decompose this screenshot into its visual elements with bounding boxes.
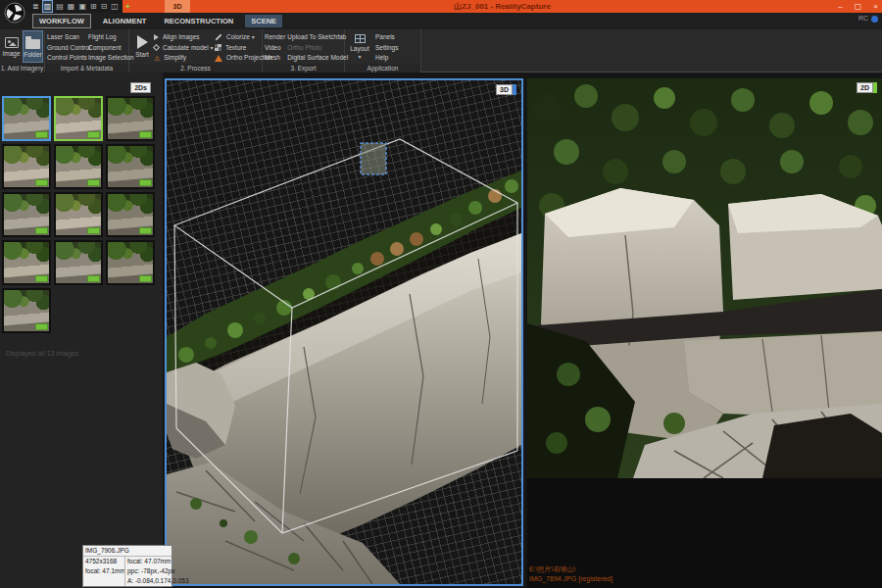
title-bar: ≣ ▥ ▤ ▦ ▣ ⊞ ⊟ ◫ + 3D 山ZJ_001 - RealityCa… xyxy=(0,0,882,13)
chevron-down-icon[interactable]: ▾ xyxy=(211,45,214,51)
image-thumbnail[interactable] xyxy=(54,192,103,237)
add-image-button[interactable]: Image xyxy=(1,30,22,63)
ortho-projection-button[interactable]: Ortho Projection xyxy=(215,53,262,64)
image-thumbnail[interactable] xyxy=(2,192,51,237)
tooltip-filename: IMG_7906.JPG xyxy=(83,546,172,557)
panels-button[interactable]: Panels xyxy=(373,32,418,43)
panel-mode-label-2ds[interactable]: 2Ds xyxy=(130,82,151,93)
colorize-button[interactable]: Colorize ▾ xyxy=(215,32,262,43)
minimize-button[interactable]: – xyxy=(838,0,842,13)
image-thumbnail[interactable] xyxy=(106,96,155,141)
ortho-photo-button[interactable]: Ortho Photo xyxy=(285,43,344,54)
texture-button[interactable]: Texture xyxy=(215,43,262,54)
thumbnail-grid xyxy=(2,96,159,333)
tab-scene[interactable]: SCENE xyxy=(245,15,282,27)
align-images-button[interactable]: Align Images xyxy=(154,32,215,43)
tooltip-focal-computed: focal: 47.07mm xyxy=(127,557,189,566)
photo-path-text: E:\照片\石墙山\ IMG_7894.JPG [registered] xyxy=(529,564,612,584)
aligned-badge xyxy=(35,275,48,282)
upload-sketchfab-button[interactable]: Upload To Sketchfab xyxy=(285,32,344,43)
layout-button[interactable]: Layout ▾ xyxy=(346,30,373,63)
aligned-badge xyxy=(35,131,48,138)
texture-icon xyxy=(215,44,221,51)
ground-control-button[interactable]: Ground Control xyxy=(45,43,86,54)
realitycapture-logo[interactable] xyxy=(3,1,26,24)
add-image-label: Image xyxy=(2,50,20,57)
help-button[interactable]: Help xyxy=(373,53,418,64)
photo-folder-path: E:\照片\石墙山\ xyxy=(529,564,612,574)
maximize-button[interactable]: ▢ xyxy=(855,0,862,13)
tab-reconstruction[interactable]: RECONSTRUCTION xyxy=(158,15,239,27)
digital-surface-model-button[interactable]: Digital Surface Model xyxy=(285,53,344,64)
aligned-badge xyxy=(139,131,152,138)
settings-button[interactable]: Settings xyxy=(373,43,418,54)
account-icon[interactable] xyxy=(871,16,878,23)
layout-icon-3[interactable]: ▤ xyxy=(55,1,65,12)
start-label: Start xyxy=(135,51,149,58)
render-button[interactable]: Render xyxy=(263,32,285,43)
control-points-button[interactable]: Control Points xyxy=(45,53,86,64)
start-button[interactable]: Start xyxy=(130,30,154,63)
selection-marquee[interactable] xyxy=(361,143,386,174)
flight-log-button[interactable]: Flight Log xyxy=(86,32,129,43)
viewport-2d[interactable]: 2D E:\照片\石墙山\ IMG_7894.JPG [registered] xyxy=(527,78,882,588)
image-thumbnail[interactable] xyxy=(106,192,155,237)
aligned-badge xyxy=(87,131,100,138)
layout-icon-7[interactable]: ⊟ xyxy=(100,1,109,12)
aligned-badge xyxy=(35,323,48,330)
tab-workflow[interactable]: WORKFLOW xyxy=(32,14,91,28)
realitycapture-window: ≣ ▥ ▤ ▦ ▣ ⊞ ⊟ ◫ + 3D 山ZJ_001 - RealityCa… xyxy=(0,0,882,588)
laser-scan-button[interactable]: Laser Scan xyxy=(45,32,86,43)
layout-icon-6[interactable]: ⊞ xyxy=(89,1,98,12)
image-thumbnail[interactable] xyxy=(106,144,155,189)
component-button[interactable]: Component xyxy=(86,43,129,54)
image-thumbnail[interactable] xyxy=(54,96,103,141)
ortho-projection-icon xyxy=(215,55,222,62)
photo-file-status: IMG_7894.JPG [registered] xyxy=(529,574,612,584)
layout-icon-2[interactable]: ▥ xyxy=(42,0,54,13)
simplify-button[interactable]: ⚠ Simplify xyxy=(154,53,215,64)
group-add-imagery: Image Folder 1. Add Imagery xyxy=(0,29,45,73)
colorize-icon xyxy=(215,34,221,41)
image-thumbnail[interactable] xyxy=(106,240,155,285)
image-thumbnail[interactable] xyxy=(54,240,103,285)
layout-icon-1[interactable]: ≣ xyxy=(31,1,40,12)
image-thumbnail[interactable] xyxy=(2,96,51,141)
group-import-metadata: Laser Scan Ground Control Control Points… xyxy=(45,29,129,73)
reconstruction-scene xyxy=(167,80,521,584)
panel-mode-label-3d[interactable]: 3D xyxy=(496,84,513,95)
aligned-badge xyxy=(139,275,152,282)
viewport-3d[interactable]: 3D xyxy=(165,78,523,586)
image-thumbnail[interactable] xyxy=(2,144,51,189)
tooltip-ppc: ppc: -78px,-42px xyxy=(127,566,189,576)
group-process: Start Align Images Calculate model ▾ ⚠ S… xyxy=(129,29,263,73)
layout-icon-4[interactable]: ▦ xyxy=(67,1,76,12)
ribbon-tab-row: WORKFLOW ALIGNMENT RECONSTRUCTION SCENE xyxy=(0,13,882,29)
layout-icon-8[interactable]: ◫ xyxy=(110,1,120,12)
layout-icon-5[interactable]: ▣ xyxy=(77,1,87,12)
images-status-text: Displayed all 13 images xyxy=(6,350,78,357)
image-selection-button[interactable]: Image Selection xyxy=(86,53,129,64)
calculate-model-button[interactable]: Calculate model ▾ xyxy=(154,43,215,54)
image-thumbnail[interactable] xyxy=(2,288,51,333)
panel-mode-label-2d[interactable]: 2D xyxy=(857,82,873,93)
aligned-badge xyxy=(139,179,152,186)
start-icon xyxy=(137,35,148,49)
aligned-badge xyxy=(139,227,152,234)
add-folder-label: Folder xyxy=(24,51,41,58)
folder-icon xyxy=(25,39,40,49)
chevron-down-icon: ▾ xyxy=(358,54,361,60)
image-thumbnail[interactable] xyxy=(2,240,51,285)
image-info-tooltip: IMG_7906.JPG 4752x3168 focal: 47.1mm foc… xyxy=(82,545,172,587)
chevron-down-icon[interactable]: ▾ xyxy=(252,34,255,40)
close-button[interactable]: × xyxy=(873,0,878,13)
mesh-button[interactable]: Mesh xyxy=(263,53,285,64)
warning-icon: ⚠ xyxy=(154,55,160,62)
video-button[interactable]: Video xyxy=(263,43,285,54)
group-application: Layout ▾ Panels Settings Help Applicatio… xyxy=(345,29,421,73)
photo-view xyxy=(527,78,882,478)
add-folder-button[interactable]: Folder xyxy=(23,30,43,63)
image-thumbnail[interactable] xyxy=(54,144,103,189)
tab-alignment[interactable]: ALIGNMENT xyxy=(97,15,153,27)
active-panel-stripe xyxy=(513,84,516,95)
